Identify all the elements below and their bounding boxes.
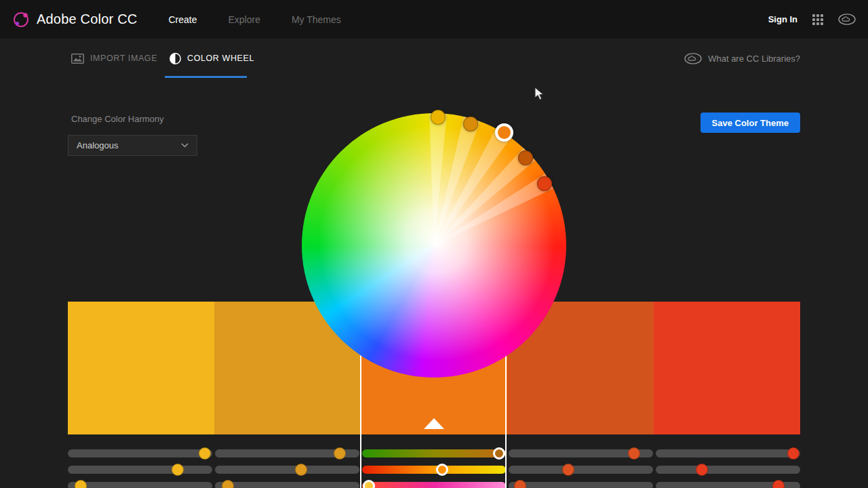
brand[interactable]: Adobe Color CC <box>12 11 137 28</box>
slider-handle-r2-c1[interactable] <box>172 464 184 476</box>
swatch-5[interactable] <box>654 302 800 434</box>
sign-in-link[interactable]: Sign In <box>768 14 797 24</box>
slider-handle-r3-c5[interactable] <box>772 480 785 488</box>
wheel-marker-1[interactable] <box>431 110 446 125</box>
color-sliders <box>68 449 800 488</box>
wheel-marker-2[interactable] <box>463 117 478 131</box>
adobe-color-page: Adobe Color CC Create Explore My Themes … <box>0 0 868 488</box>
creative-cloud-icon[interactable] <box>838 14 856 25</box>
cc-libraries-label: What are CC Libraries? <box>708 54 800 64</box>
slider-track-r3-c1[interactable] <box>68 482 212 488</box>
wheel-marker-4[interactable] <box>518 150 533 165</box>
apps-grid-icon[interactable] <box>812 14 823 25</box>
slider-handle-r3-c4[interactable] <box>514 480 526 488</box>
nav-item-create[interactable]: Create <box>168 14 197 25</box>
tab-color-wheel-label: COLOR WHEEL <box>187 54 254 63</box>
slider-track-r2-c5[interactable] <box>656 466 800 474</box>
half-circle-icon <box>170 53 181 64</box>
slider-handle-r3-c1[interactable] <box>75 480 87 488</box>
tab-import-image[interactable]: IMPORT IMAGE <box>71 39 157 78</box>
slider-track-r2-c3[interactable] <box>362 466 507 474</box>
tab-bar: IMPORT IMAGE COLOR WHEEL What are CC Lib… <box>0 39 868 78</box>
adobe-color-logo-icon <box>12 11 30 28</box>
tab-color-wheel[interactable]: COLOR WHEEL <box>170 39 254 78</box>
slider-row-2 <box>68 466 800 474</box>
slider-handle-r1-c1[interactable] <box>199 447 211 460</box>
slider-handle-r1-c4[interactable] <box>628 447 640 460</box>
slider-handle-r1-c3[interactable] <box>493 447 505 460</box>
slider-track-r1-c4[interactable] <box>509 449 653 458</box>
color-wheel-area <box>302 113 566 378</box>
save-color-theme-button[interactable]: Save Color Theme <box>701 113 800 133</box>
slider-track-r1-c3[interactable] <box>362 449 507 458</box>
slider-track-r1-c2[interactable] <box>215 449 359 458</box>
selected-swatch-pointer <box>424 418 444 429</box>
slider-track-r3-c2[interactable] <box>215 482 359 488</box>
main-nav: Create Explore My Themes <box>168 14 340 25</box>
active-tab-underline <box>165 76 247 78</box>
top-right-actions: Sign In <box>768 14 856 25</box>
harmony-select[interactable]: Analogous <box>68 135 197 156</box>
slider-track-r3-c4[interactable] <box>509 482 653 488</box>
nav-item-my-themes[interactable]: My Themes <box>292 14 341 25</box>
slider-handle-r1-c2[interactable] <box>334 447 346 460</box>
chevron-down-icon <box>181 143 189 148</box>
wheel-marker-5[interactable] <box>537 176 552 191</box>
harmony-label: Change Color Harmony <box>71 114 164 124</box>
cc-libraries-link[interactable]: What are CC Libraries? <box>684 39 800 78</box>
slider-handle-r1-c5[interactable] <box>787 447 800 460</box>
slider-handle-r2-c2[interactable] <box>295 464 307 476</box>
app-title: Adobe Color CC <box>37 12 137 27</box>
wheel-marker-3-active[interactable] <box>495 123 513 142</box>
slider-handle-r3-c2[interactable] <box>222 480 234 488</box>
slider-handle-r2-c3[interactable] <box>436 464 448 476</box>
image-icon <box>71 54 84 64</box>
slider-track-r1-c5[interactable] <box>656 449 800 458</box>
top-bar: Adobe Color CC Create Explore My Themes … <box>0 0 868 39</box>
slider-handle-r2-c4[interactable] <box>562 464 574 476</box>
slider-track-r3-c5[interactable] <box>656 482 800 488</box>
slider-track-r3-c3[interactable] <box>362 482 507 488</box>
slider-track-r2-c1[interactable] <box>68 466 212 474</box>
harmony-selected-value: Analogous <box>77 140 118 150</box>
slider-track-r2-c4[interactable] <box>509 466 653 474</box>
swatch-1[interactable] <box>68 302 214 434</box>
tab-import-image-label: IMPORT IMAGE <box>90 54 157 63</box>
slider-row-1 <box>68 449 800 458</box>
nav-item-explore[interactable]: Explore <box>228 14 260 25</box>
cc-libraries-icon <box>684 53 702 64</box>
slider-handle-r2-c5[interactable] <box>696 464 708 476</box>
slider-track-r1-c1[interactable] <box>68 449 212 458</box>
slider-row-3 <box>68 482 800 488</box>
slider-track-r2-c2[interactable] <box>215 466 359 474</box>
slider-handle-r3-c3[interactable] <box>363 480 375 488</box>
mouse-cursor <box>534 87 546 102</box>
